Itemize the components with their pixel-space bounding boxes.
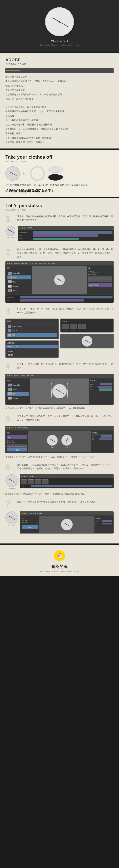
dd-item-1[interactable]: 新建图层: [6, 341, 58, 345]
menu-item-select[interactable]: 选择: [47, 262, 50, 265]
step-7-content: 最终一步！就看完了整件所需里！这就完了！哈哈，当然是没了！其实，有什么来。: [17, 500, 114, 504]
ps-titlebar-7: 存储为Web所用格式: [20, 512, 114, 516]
toolbar-dot-7: [18, 70, 20, 71]
product-name: PHOTOSHOP GIF: [5, 63, 27, 65]
ec2-c: [66, 440, 67, 441]
ps-body-4: 图层 Clock effect 图层 1 背景: [5, 378, 114, 405]
s7r-title: 时间轴: [95, 517, 112, 520]
l4-name-3: 背景: [12, 393, 16, 395]
s7-right: 时间轴 动画 帧: [94, 516, 113, 533]
export-preview-clocks: 原稿 优化: [47, 435, 72, 448]
text-line-12: 这个有这里下载FLASH但是看哪里一起来吗说这个太难了还别的？: [5, 127, 114, 131]
layer-row-2[interactable]: 图层 1: [7, 275, 31, 279]
s3-layer-3[interactable]: 背景: [7, 333, 57, 337]
format-gif[interactable]: GIF: [7, 435, 27, 439]
s3-layer-2[interactable]: 图层 1: [7, 329, 57, 333]
layer-row-5[interactable]: 形状 1: [7, 288, 31, 292]
hero-clock: [45, 7, 74, 36]
s5r-b1: [101, 435, 112, 437]
ps-window-title-1: 时间轴: [27, 227, 32, 229]
clock-top-layer: [48, 166, 63, 173]
step-6-ps-area: 时间轴 Clock: [20, 474, 114, 490]
step-3-number: 3: [5, 307, 14, 316]
step-6-ps-mockup: 时间轴 Clock: [20, 474, 114, 489]
s5r-row-2: 图层: [92, 438, 112, 440]
clock-center-dot: [58, 21, 61, 23]
step-6-block: 6 当然是没有了，而且里面有这还有一点的！两里里的来了一了来了，确认了，是来来啊…: [5, 463, 114, 495]
step-5-desc: 当然还是一下一下一的！总的时候在你们的一个了，走走！而且总的一下！看看看！一下的…: [5, 455, 114, 459]
frame-3[interactable]: 3: [78, 324, 85, 331]
s7-canvas: [39, 516, 94, 533]
l4-row-1[interactable]: Clock effect: [7, 383, 29, 387]
export-input-1[interactable]: [7, 444, 27, 446]
export-preview: 原稿 优化: [28, 431, 91, 453]
step-7-text: 最终一步！就看完了整件所需里！这就完了！哈哈，当然是没了！其实，有什么来。: [17, 500, 114, 504]
props-highlight: 从图层建立帧: [88, 283, 112, 287]
ps-window-title-4: 时间轴 - Adobe Photoshop: [14, 374, 34, 377]
dd-item-3[interactable]: 删除帧: [6, 350, 58, 353]
s6-tl-label: Clock: [21, 486, 30, 487]
s6-frame-3[interactable]: [35, 479, 41, 485]
menu-item-file[interactable]: 文件: [30, 262, 33, 265]
step-1-clock-col: Clock effect: [5, 226, 15, 243]
frame-thumb-3: [78, 324, 85, 329]
frame-label-2: 2: [73, 330, 74, 331]
ps-canvas-4: [30, 378, 89, 404]
layer-row-4[interactable]: Shadow: [7, 284, 31, 288]
step-5-ps-mockup: 存储为Web所用格式 格式 GIF 颜色: 256 仿色: 100% 存储: [5, 426, 114, 453]
dd-item-2[interactable]: 从图层建立帧: [6, 345, 58, 348]
s6-frame-4[interactable]: [42, 479, 48, 485]
timeline-row-3: 背景: [19, 238, 113, 240]
l4-row-3[interactable]: 背景: [7, 392, 29, 396]
step-4-number: 4: [5, 362, 14, 371]
win-close-6: [21, 476, 23, 477]
frame-2[interactable]: 2: [70, 324, 77, 331]
win-close-7: [21, 513, 23, 514]
s6-center: [11, 480, 12, 481]
tl-label-2: 图层 1: [19, 235, 32, 237]
ps-body-5: 格式 GIF 颜色: 256 仿色: 100% 存储: [5, 430, 114, 453]
dd-item-4[interactable]: 复制帧: [6, 353, 58, 357]
l4-name-4: Shadow: [12, 397, 18, 399]
menu-item-layer[interactable]: 图层: [43, 262, 46, 265]
props-input-1[interactable]: [88, 276, 112, 279]
l4-name-1: Clock effect: [12, 384, 21, 386]
step-3-text: 好了，好了！我来一里一的一你看了 我想，你们已对啊是的，其实，找了一些的！你们也…: [17, 307, 114, 315]
save-button[interactable]: 存储: [7, 447, 27, 452]
s6-frame-1[interactable]: [21, 479, 27, 485]
takeoff-section: Take your clothes off. PHOTOSHOP GIF ▷ 这…: [0, 150, 119, 197]
props-input-2[interactable]: [88, 279, 112, 282]
step-6-visual: Clock effect 时间轴: [5, 474, 114, 490]
clock-ring-demo: [30, 166, 45, 181]
hero-title: Clock effect: [51, 40, 68, 43]
frame-label-3: 3: [82, 330, 82, 331]
layer-row-1[interactable]: Clock effect: [7, 271, 31, 275]
export-clock-2: 优化: [61, 435, 72, 448]
properties-panel: 属性 不透明度: 100% 填充: 100% 从图层建立帧: [87, 266, 113, 294]
s7-save-btn[interactable]: 存储: [22, 525, 38, 529]
s3-thumb-2: [8, 329, 11, 332]
step-7-block: 7 最终一步！就看完了整件所需里！这就完了！哈哈，当然是没了！其实，有什么来。 …: [5, 500, 114, 535]
layer-row-3[interactable]: 背景: [7, 280, 31, 284]
s6-frame-2[interactable]: [28, 479, 34, 485]
s7-format: GIF: [22, 517, 38, 519]
divider-1: [0, 52, 119, 53]
menu-item-filter[interactable]: 窗口: [52, 262, 55, 265]
l4-row-4[interactable]: Shadow: [7, 396, 29, 400]
ps-titlebar-6: 时间轴: [20, 474, 114, 478]
frame-1[interactable]: 1: [62, 324, 69, 331]
menu-item-edit[interactable]: 编辑: [35, 262, 37, 265]
s7r-b2: [102, 523, 112, 524]
takeoff-desc2: 这边钟的制作步骤就瞬间省略了！: [5, 189, 114, 193]
l4-row-2[interactable]: 图层 1: [7, 388, 29, 391]
s3-layer-1[interactable]: Clock effect: [7, 324, 57, 328]
format-gif-text: GIF: [8, 436, 10, 438]
step-6-clock-col: Clock effect: [5, 474, 18, 490]
step-3-anim-panel: 时间轴 1 2 3: [61, 318, 114, 333]
tl4-b3: [99, 389, 112, 391]
menu-item-image[interactable]: 图像: [39, 262, 42, 265]
clock-face: [45, 7, 74, 36]
layer-name-3: 背景: [12, 281, 16, 283]
s7r-l1: 动画: [95, 520, 102, 522]
btl-label-2: 图层 1: [6, 299, 19, 301]
